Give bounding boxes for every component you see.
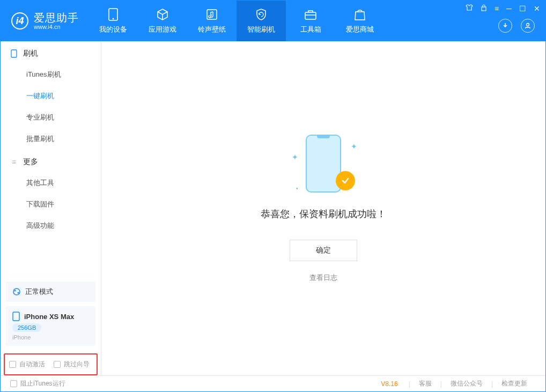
app-title: 爱思助手	[34, 12, 79, 24]
body-area: 刷机 iTunes刷机 一键刷机 专业刷机 批量刷机 ≡ 更多 其他工具 下载固…	[1, 41, 545, 375]
tab-label: 工具箱	[300, 25, 321, 34]
svg-rect-5	[482, 7, 486, 11]
tab-store[interactable]: 爱思商城	[335, 1, 385, 41]
footer: 阻止iTunes运行 V8.16 | 客服 | 微信公众号 | 检查更新	[1, 375, 545, 391]
device-icon	[106, 8, 120, 21]
maximize-button[interactable]: ☐	[519, 4, 526, 13]
device-phone-icon	[12, 312, 20, 321]
checkbox-icon	[54, 361, 61, 368]
close-button[interactable]: ✕	[534, 4, 540, 13]
device-storage-badge: 256GB	[12, 323, 41, 332]
tab-smart-flash[interactable]: 智能刷机	[237, 1, 286, 41]
logo-text: 爱思助手 www.i4.cn	[34, 12, 79, 30]
block-itunes-label: 阻止iTunes运行	[20, 379, 65, 388]
sidebar-group-more: ≡ 更多	[1, 150, 101, 172]
success-illustration: ✦ ✦ •	[289, 135, 358, 194]
mode-icon	[12, 287, 21, 296]
phone-icon	[10, 50, 18, 57]
toolbox-icon	[304, 8, 318, 21]
tab-label: 爱思商城	[346, 25, 374, 34]
refresh-shield-icon	[254, 8, 268, 21]
tab-label: 我的设备	[99, 25, 127, 34]
block-itunes-option[interactable]: 阻止iTunes运行	[10, 379, 65, 388]
checkbox-icon	[9, 361, 16, 368]
logo-area: i4 爱思助手 www.i4.cn	[1, 1, 88, 41]
footer-links: 客服 | 微信公众号 | 检查更新	[410, 379, 536, 388]
device-name-row: iPhone XS Max	[12, 312, 89, 321]
tab-label: 智能刷机	[247, 25, 275, 34]
device-name: iPhone XS Max	[24, 313, 74, 321]
option-auto-activate[interactable]: 自动激活	[9, 360, 45, 369]
device-info-box[interactable]: iPhone XS Max 256GB iPhone	[6, 306, 95, 346]
sidebar-item-download-firmware[interactable]: 下载固件	[1, 194, 101, 215]
option-label: 跳过向导	[64, 360, 90, 369]
svg-rect-6	[11, 50, 17, 57]
sparkle-icon: •	[296, 186, 298, 191]
svg-rect-2	[207, 10, 217, 19]
tab-label: 应用游戏	[149, 25, 176, 34]
tab-toolbox[interactable]: 工具箱	[286, 1, 335, 41]
sidebar-group-title: 更多	[23, 157, 38, 167]
window-controls: ≡ ─ ☐ ✕	[466, 4, 540, 13]
svg-point-9	[18, 292, 19, 294]
tab-my-device[interactable]: 我的设备	[88, 1, 138, 41]
tab-label: 铃声壁纸	[198, 25, 226, 34]
sidebar: 刷机 iTunes刷机 一键刷机 专业刷机 批量刷机 ≡ 更多 其他工具 下载固…	[1, 41, 101, 375]
footer-link-update[interactable]: 检查更新	[493, 379, 536, 388]
app-subtitle: www.i4.cn	[34, 24, 79, 30]
sidebar-item-advanced[interactable]: 高级功能	[1, 215, 101, 236]
highlighted-options-row: 自动激活 跳过向导	[4, 353, 98, 375]
menu-icon[interactable]: ≡	[495, 4, 499, 13]
bag-icon	[353, 8, 367, 21]
svg-point-4	[527, 24, 529, 26]
list-icon: ≡	[10, 158, 18, 166]
sidebar-group-flash: 刷机	[1, 41, 101, 64]
sidebar-item-pro-flash[interactable]: 专业刷机	[1, 107, 101, 128]
check-circle-icon	[336, 171, 355, 190]
svg-point-7	[13, 289, 20, 295]
sidebar-item-other-tools[interactable]: 其他工具	[1, 172, 101, 194]
download-button[interactable]	[498, 19, 512, 33]
confirm-button[interactable]: 确定	[290, 240, 357, 261]
lock-icon[interactable]	[481, 4, 487, 13]
tshirt-icon[interactable]	[466, 4, 473, 13]
svg-point-8	[14, 290, 16, 292]
svg-point-1	[113, 18, 114, 19]
svg-rect-10	[13, 312, 19, 321]
main-content: ✦ ✦ • 恭喜您，保资料刷机成功啦！ 确定 查看日志	[101, 41, 545, 375]
tab-apps-games[interactable]: 应用游戏	[138, 1, 187, 41]
logo-icon: i4	[11, 12, 28, 29]
footer-link-support[interactable]: 客服	[410, 379, 440, 388]
tab-ringtones-wallpapers[interactable]: 铃声壁纸	[187, 1, 237, 41]
option-label: 自动激活	[19, 360, 45, 369]
footer-link-wechat[interactable]: 微信公众号	[442, 379, 491, 388]
option-skip-guide[interactable]: 跳过向导	[54, 360, 90, 369]
sidebar-item-oneclick-flash[interactable]: 一键刷机	[1, 85, 101, 107]
cube-icon	[156, 8, 169, 21]
sparkle-icon: ✦	[351, 142, 357, 151]
music-icon	[205, 8, 219, 21]
sidebar-item-batch-flash[interactable]: 批量刷机	[1, 128, 101, 150]
view-log-link[interactable]: 查看日志	[309, 273, 337, 283]
sidebar-item-itunes-flash[interactable]: iTunes刷机	[1, 64, 101, 85]
nav-tabs: 我的设备 应用游戏 铃声壁纸 智能刷机 工具箱	[88, 1, 385, 41]
checkbox-icon	[10, 380, 17, 387]
success-message: 恭喜您，保资料刷机成功啦！	[261, 208, 386, 220]
header: i4 爱思助手 www.i4.cn 我的设备 应用游戏 铃声壁纸	[1, 1, 545, 41]
header-right-icons	[498, 19, 535, 33]
minimize-button[interactable]: ─	[506, 4, 512, 13]
svg-rect-3	[305, 12, 316, 19]
device-mode-box[interactable]: 正常模式	[6, 282, 95, 302]
sidebar-group-title: 刷机	[23, 49, 38, 58]
device-type: iPhone	[12, 334, 89, 341]
sparkle-icon: ✦	[292, 153, 298, 161]
user-button[interactable]	[521, 19, 535, 33]
device-mode-label: 正常模式	[25, 287, 53, 297]
version-label: V8.16	[381, 380, 397, 388]
